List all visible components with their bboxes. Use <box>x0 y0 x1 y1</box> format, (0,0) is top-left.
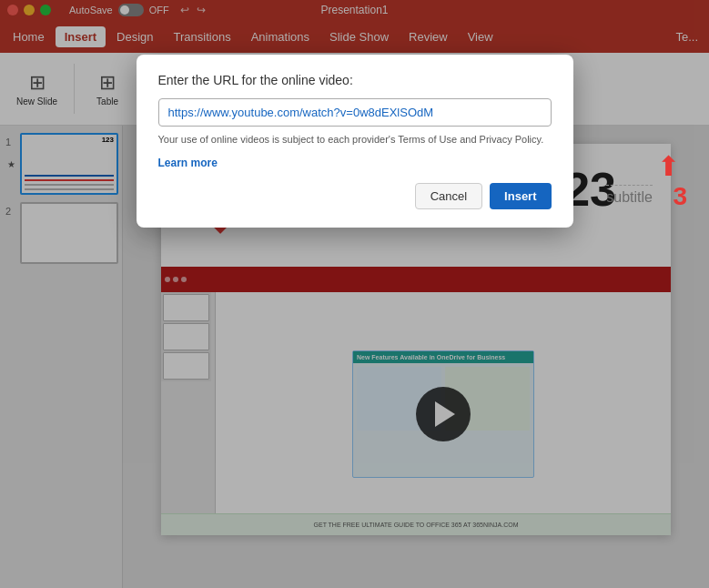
annotation-number-3: 3 <box>673 182 687 211</box>
online-video-dialog: Enter the URL for the online video: Your… <box>137 55 573 228</box>
annotation-arrow-up: ⬆ <box>657 150 680 182</box>
cancel-button[interactable]: Cancel <box>415 183 482 209</box>
dialog-title: Enter the URL for the online video: <box>158 73 552 87</box>
dialog-buttons: Cancel Insert <box>158 183 552 209</box>
url-input[interactable] <box>158 98 552 127</box>
dialog-overlay: Enter the URL for the online video: Your… <box>0 0 709 588</box>
insert-button[interactable]: Insert <box>490 183 551 209</box>
learn-more-link[interactable]: Learn more <box>158 157 218 169</box>
dialog-notice: Your use of online videos is subject to … <box>158 134 552 145</box>
